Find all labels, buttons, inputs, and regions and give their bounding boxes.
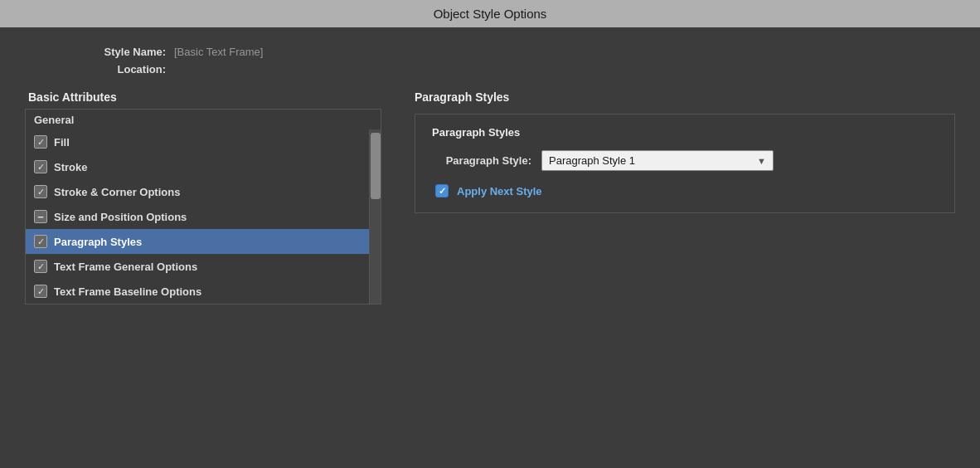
list-item-stroke-corner[interactable]: Stroke & Corner Options	[26, 179, 369, 204]
style-name-value: [Basic Text Frame]	[174, 46, 263, 58]
fill-label: Fill	[54, 136, 70, 149]
apply-next-style-label: Apply Next Style	[457, 185, 542, 197]
location-label: Location:	[75, 63, 166, 76]
style-name-label: Style Name:	[75, 46, 166, 58]
list-scrollbar[interactable]	[369, 129, 381, 304]
scrollbar-thumb[interactable]	[371, 133, 381, 199]
checkbox-apply-next-style[interactable]	[435, 184, 449, 197]
list-item-fill[interactable]: Fill	[26, 129, 369, 154]
paragraph-style-dropdown[interactable]: Paragraph Style 1 ▼	[541, 150, 774, 171]
basic-attributes-title: Basic Attributes	[25, 90, 381, 109]
style-name-row: Style Name: [Basic Text Frame]	[25, 27, 955, 61]
list-item-paragraph-styles[interactable]: Paragraph Styles	[26, 229, 369, 254]
paragraph-style-row-label: Paragraph Style:	[432, 154, 531, 167]
title-bar: Object Style Options	[0, 0, 980, 27]
checkbox-stroke[interactable]	[34, 160, 47, 173]
checkbox-fill[interactable]	[34, 135, 47, 149]
text-frame-general-label: Text Frame General Options	[54, 261, 197, 273]
paragraph-styles-box: Paragraph Styles Paragraph Style: Paragr…	[415, 114, 955, 213]
checkbox-text-frame-general[interactable]	[34, 260, 47, 273]
checkbox-paragraph-styles[interactable]	[34, 235, 47, 248]
size-position-label: Size and Position Options	[54, 211, 187, 223]
checkbox-stroke-corner[interactable]	[34, 185, 47, 198]
paragraph-styles-label: Paragraph Styles	[54, 236, 142, 248]
dropdown-arrow-icon: ▼	[757, 156, 766, 166]
checkbox-text-frame-baseline[interactable]	[34, 285, 47, 298]
left-panel: Basic Attributes General Fill Stroke	[25, 90, 381, 305]
right-panel-title: Paragraph Styles	[415, 90, 955, 114]
list-with-scrollbar: Fill Stroke Stroke & Corner Options	[26, 129, 381, 304]
main-content: Style Name: [Basic Text Frame] Location:…	[0, 27, 980, 305]
list-item-text-frame-general[interactable]: Text Frame General Options	[26, 254, 369, 279]
right-panel: Paragraph Styles Paragraph Styles Paragr…	[381, 90, 955, 305]
ps-box-title: Paragraph Styles	[432, 126, 938, 139]
paragraph-style-dropdown-value: Paragraph Style 1	[549, 154, 635, 167]
stroke-corner-label: Stroke & Corner Options	[54, 186, 180, 198]
columns-layout: Basic Attributes General Fill Stroke	[25, 90, 955, 305]
list-item-text-frame-baseline[interactable]: Text Frame Baseline Options	[26, 279, 369, 304]
text-frame-baseline-label: Text Frame Baseline Options	[54, 285, 201, 298]
list-item-size-position[interactable]: Size and Position Options	[26, 204, 369, 229]
general-section-label: General	[26, 110, 381, 129]
title-bar-text: Object Style Options	[434, 7, 547, 21]
list-items: Fill Stroke Stroke & Corner Options	[26, 129, 369, 304]
list-item-stroke[interactable]: Stroke	[26, 154, 369, 179]
location-row: Location:	[25, 61, 955, 90]
checkbox-size-position[interactable]	[34, 210, 47, 223]
stroke-label: Stroke	[54, 161, 87, 173]
attributes-list-container: General Fill Stroke	[25, 109, 381, 305]
paragraph-style-row: Paragraph Style: Paragraph Style 1 ▼	[432, 150, 938, 171]
apply-next-style-row[interactable]: Apply Next Style	[432, 184, 938, 197]
